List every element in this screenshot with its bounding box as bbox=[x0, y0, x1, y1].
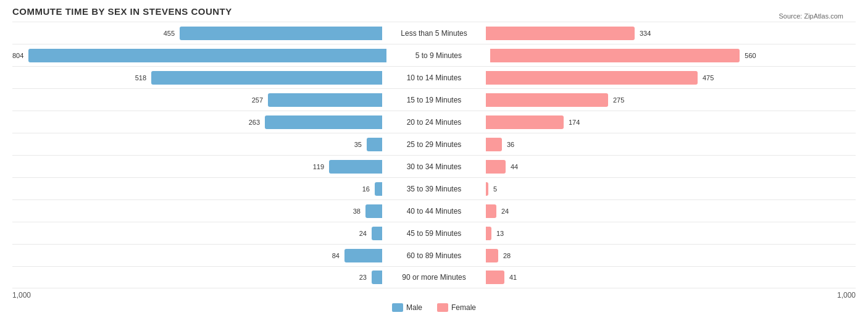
female-bar bbox=[490, 49, 740, 62]
chart-row: 11930 to 34 Minutes44 bbox=[12, 155, 856, 177]
left-side: 16 bbox=[12, 178, 385, 199]
chart-row: 3840 to 44 Minutes24 bbox=[12, 199, 856, 222]
female-value: 28 bbox=[503, 252, 511, 259]
chart-row: 8460 to 89 Minutes28 bbox=[12, 244, 856, 266]
male-bar bbox=[367, 138, 382, 151]
axis-labels: 1,000 1,000 bbox=[12, 291, 856, 300]
left-side: 257 bbox=[12, 89, 385, 111]
left-side: 38 bbox=[12, 200, 385, 222]
male-value: 84 bbox=[332, 252, 340, 259]
right-side: 275 bbox=[483, 89, 856, 111]
male-value: 518 bbox=[135, 74, 146, 82]
left-side: 455 bbox=[12, 22, 385, 44]
female-bar bbox=[486, 249, 498, 262]
right-side: 174 bbox=[483, 111, 856, 133]
chart-row: 455Less than 5 Minutes334 bbox=[12, 22, 856, 44]
male-bar bbox=[375, 182, 382, 196]
right-side: 13 bbox=[483, 222, 856, 244]
source-label: Source: ZipAtlas.com bbox=[778, 12, 843, 20]
male-bar bbox=[329, 160, 382, 174]
male-value: 804 bbox=[12, 52, 23, 59]
male-bar bbox=[151, 71, 382, 85]
chart-row: 25715 to 19 Minutes275 bbox=[12, 88, 856, 111]
male-bar bbox=[372, 227, 382, 240]
row-label: 5 to 9 Minutes bbox=[389, 51, 488, 60]
male-value: 257 bbox=[252, 96, 263, 104]
row-label: 25 to 29 Minutes bbox=[385, 140, 483, 149]
right-side: 24 bbox=[483, 200, 856, 222]
female-bar bbox=[486, 271, 504, 284]
male-bar bbox=[265, 115, 382, 129]
row-label: 40 to 44 Minutes bbox=[385, 207, 483, 216]
male-bar bbox=[268, 93, 382, 107]
right-side: 28 bbox=[483, 245, 856, 266]
chart-title: COMMUTE TIME BY SEX IN STEVENS COUNTY bbox=[12, 6, 856, 17]
right-side: 560 bbox=[488, 44, 856, 66]
right-side: 475 bbox=[483, 67, 856, 88]
male-bar bbox=[372, 271, 382, 284]
male-value: 38 bbox=[353, 208, 361, 215]
male-label: Male bbox=[406, 303, 422, 312]
female-value: 44 bbox=[511, 163, 518, 170]
left-side: 263 bbox=[12, 111, 385, 133]
legend: Male Female bbox=[12, 303, 856, 312]
chart-container: 455Less than 5 Minutes3348045 to 9 Minut… bbox=[12, 22, 856, 288]
chart-row: 1635 to 39 Minutes5 bbox=[12, 177, 856, 199]
female-value: 174 bbox=[569, 119, 580, 126]
male-value: 455 bbox=[164, 30, 175, 37]
chart-row: 51810 to 14 Minutes475 bbox=[12, 66, 856, 88]
chart-row: 8045 to 9 Minutes560 bbox=[12, 44, 856, 66]
female-value: 475 bbox=[703, 74, 714, 82]
row-label: 45 to 59 Minutes bbox=[385, 229, 483, 238]
chart-row: 2445 to 59 Minutes13 bbox=[12, 222, 856, 244]
left-side: 23 bbox=[12, 267, 385, 288]
male-value: 23 bbox=[359, 274, 367, 281]
female-value: 36 bbox=[507, 141, 514, 148]
female-value: 5 bbox=[493, 185, 497, 193]
female-bar bbox=[486, 227, 491, 240]
female-bar bbox=[486, 204, 496, 218]
row-label: 90 or more Minutes bbox=[385, 273, 483, 282]
chart-row: 3525 to 29 Minutes36 bbox=[12, 133, 856, 155]
female-bar bbox=[486, 93, 608, 107]
female-value: 275 bbox=[613, 96, 624, 104]
legend-male: Male bbox=[392, 303, 422, 312]
female-bar bbox=[486, 160, 506, 174]
right-side: 44 bbox=[483, 156, 856, 177]
female-value: 24 bbox=[501, 208, 509, 215]
male-bar bbox=[365, 204, 382, 218]
row-label: 15 to 19 Minutes bbox=[385, 96, 483, 104]
female-label: Female bbox=[451, 303, 476, 312]
right-side: 5 bbox=[483, 178, 856, 199]
female-value: 334 bbox=[640, 30, 651, 37]
male-value: 16 bbox=[362, 185, 370, 193]
row-label: 60 to 89 Minutes bbox=[385, 251, 483, 260]
female-value: 41 bbox=[509, 274, 517, 281]
axis-right: 1,000 bbox=[837, 291, 856, 300]
axis-left: 1,000 bbox=[12, 291, 31, 300]
male-value: 24 bbox=[359, 230, 367, 237]
male-value: 263 bbox=[249, 119, 260, 126]
female-bar bbox=[486, 138, 502, 151]
female-bar bbox=[486, 27, 635, 40]
male-bar bbox=[344, 249, 382, 262]
row-label: 35 to 39 Minutes bbox=[385, 185, 483, 193]
right-side: 41 bbox=[483, 267, 856, 288]
left-side: 84 bbox=[12, 245, 385, 266]
male-bar bbox=[180, 27, 382, 40]
left-side: 804 bbox=[12, 44, 389, 66]
female-bar bbox=[486, 182, 488, 196]
male-swatch bbox=[392, 303, 403, 312]
male-value: 35 bbox=[354, 141, 362, 148]
left-side: 518 bbox=[12, 67, 385, 88]
row-label: 30 to 34 Minutes bbox=[385, 162, 483, 171]
right-side: 334 bbox=[483, 22, 856, 44]
legend-female: Female bbox=[437, 303, 476, 312]
row-label: 10 to 14 Minutes bbox=[385, 73, 483, 82]
row-label: Less than 5 Minutes bbox=[385, 29, 483, 38]
right-side: 36 bbox=[483, 133, 856, 155]
chart-row: 2390 or more Minutes41 bbox=[12, 266, 856, 288]
female-bar bbox=[486, 115, 564, 129]
female-swatch bbox=[437, 303, 448, 312]
left-side: 24 bbox=[12, 222, 385, 244]
